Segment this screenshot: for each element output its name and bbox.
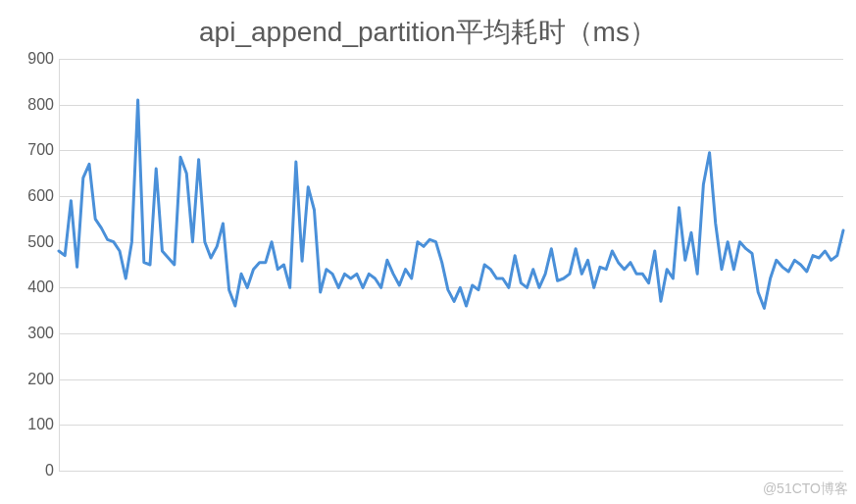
grid-line: [59, 471, 843, 472]
data-series-line: [59, 100, 843, 308]
y-tick-label: 800: [5, 96, 54, 114]
watermark: @51CTO博客: [763, 480, 848, 498]
y-tick-label: 900: [5, 50, 54, 68]
y-tick-label: 700: [5, 141, 54, 159]
y-tick-label: 0: [5, 462, 54, 479]
y-tick-label: 600: [5, 187, 54, 205]
y-tick-label: 100: [5, 416, 54, 433]
chart-title: api_append_partition平均耗时（ms）: [0, 14, 856, 51]
y-tick-label: 300: [5, 325, 54, 342]
y-tick-label: 200: [5, 371, 54, 388]
line-chart: [59, 59, 843, 471]
y-tick-label: 500: [5, 233, 54, 251]
y-tick-label: 400: [5, 278, 54, 296]
chart-container: api_append_partition平均耗时（ms） 01002003004…: [0, 0, 856, 504]
